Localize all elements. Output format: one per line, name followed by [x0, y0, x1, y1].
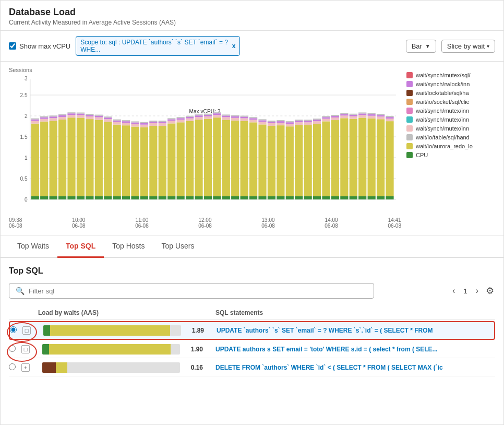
chart-type-dropdown[interactable]: Bar ▼ [406, 40, 436, 53]
row-0-sql-link[interactable]: UPDATE `authors` `s` SET `email` = ? WHE… [217, 327, 494, 334]
row-2-sql-link[interactable]: DELETE FROM `authors` WHERE `id` < ( SEL… [215, 364, 495, 371]
row-0-radio[interactable] [10, 326, 17, 333]
svg-rect-82 [149, 123, 157, 126]
svg-rect-167 [304, 122, 312, 125]
svg-rect-16 [31, 124, 39, 196]
legend-label-1: wait/synch/rwlock/inn [416, 81, 470, 87]
scope-pill[interactable]: Scope to: sql : UPDATE `authors` `s` SET… [76, 36, 240, 56]
svg-rect-124 [222, 114, 230, 115]
svg-rect-139 [249, 117, 257, 118]
tab-top-sql[interactable]: Top SQL [57, 235, 104, 258]
svg-rect-63 [113, 121, 121, 122]
tab-top-waits[interactable]: Top Waits [9, 235, 57, 258]
row-2-radio[interactable] [9, 363, 16, 370]
row-0-radio-wrap[interactable] [10, 326, 22, 335]
svg-rect-166 [304, 125, 312, 196]
svg-rect-46 [86, 119, 93, 196]
svg-rect-193 [350, 115, 357, 116]
legend-item-3: wait/io/socket/sql/clie [406, 99, 495, 105]
svg-rect-145 [268, 196, 275, 199]
row-1-expand-button[interactable]: □ [21, 345, 30, 353]
row-1-value: 1.90 [184, 346, 203, 353]
row-1-bar-fill [42, 344, 180, 355]
legend-color-2 [406, 90, 413, 96]
svg-rect-171 [313, 124, 321, 196]
svg-rect-211 [386, 121, 393, 196]
svg-rect-93 [167, 119, 175, 121]
svg-rect-123 [222, 115, 230, 117]
svg-rect-91 [167, 123, 175, 196]
svg-rect-129 [231, 115, 239, 116]
svg-rect-133 [241, 117, 248, 119]
row-2-sql[interactable]: DELETE FROM `authors` WHERE `id` < ( SEL… [211, 364, 495, 371]
svg-rect-138 [249, 118, 257, 120]
svg-rect-187 [340, 115, 348, 118]
content-area: Top SQL 🔍 ‹ 1 › ⚙ Load by waits (AAS) SQ… [1, 258, 503, 386]
svg-rect-89 [159, 121, 166, 122]
table-settings-button[interactable]: ⚙ [485, 284, 495, 298]
svg-rect-137 [249, 120, 257, 122]
svg-rect-144 [258, 119, 266, 120]
scope-close-button[interactable]: x [232, 42, 236, 50]
filter-sql-input[interactable] [29, 287, 367, 295]
row-wrapper-0: □ 1.89 UPDATE `authors` `s` SE [9, 321, 495, 340]
svg-rect-67 [122, 123, 130, 125]
tab-top-hosts[interactable]: Top Hosts [104, 235, 153, 258]
svg-rect-157 [286, 124, 294, 126]
tab-top-users[interactable]: Top Users [153, 235, 203, 258]
svg-rect-200 [368, 196, 376, 199]
svg-rect-70 [131, 196, 139, 199]
legend-label-8: wait/io/aurora_redo_lo [416, 143, 473, 149]
svg-rect-19 [31, 119, 39, 120]
row-1-sql[interactable]: UPDATE authors s SET email = 'toto' WHER… [211, 346, 495, 353]
slice-by-wait-button[interactable]: Slice by wait ▾ [441, 40, 495, 53]
table-row-1[interactable]: □ 1.90 UPDATE authors s SET em [9, 341, 495, 358]
legend-item-2: wait/lock/table/sql/ha [406, 90, 495, 96]
svg-rect-45 [86, 196, 93, 199]
svg-rect-54 [95, 115, 103, 116]
svg-rect-143 [258, 120, 266, 122]
row-2-bar-seg2 [56, 362, 67, 373]
svg-rect-103 [186, 117, 194, 119]
svg-rect-158 [286, 122, 294, 124]
svg-rect-195 [358, 196, 366, 199]
svg-rect-165 [304, 196, 312, 199]
filter-input-wrap[interactable]: 🔍 [9, 283, 374, 299]
svg-rect-114 [204, 114, 212, 115]
row-2-bar-bg [42, 362, 180, 373]
chart-container[interactable]: 0 0.5 1 1.5 2 2.5 3 Max vCPU: 2 [9, 74, 401, 215]
show-max-vcpu-checkbox[interactable] [9, 42, 16, 50]
svg-rect-191 [350, 119, 357, 196]
svg-rect-128 [231, 116, 239, 118]
svg-rect-90 [167, 196, 175, 199]
svg-rect-192 [350, 116, 357, 119]
row-1-expand-wrap[interactable]: □ [21, 345, 34, 353]
svg-rect-47 [86, 116, 93, 119]
row-1-bar-yellow [49, 344, 170, 355]
page-title: Database Load [9, 7, 495, 18]
prev-page-button[interactable]: ‹ [449, 285, 458, 297]
row-0-expand-wrap[interactable]: □ [22, 326, 35, 335]
row-1-sql-link[interactable]: UPDATE authors s SET email = 'toto' WHER… [215, 346, 495, 353]
svg-rect-206 [377, 119, 385, 196]
row-1-radio-wrap[interactable] [9, 345, 21, 353]
svg-rect-18 [31, 120, 39, 121]
table-row-0[interactable]: □ 1.89 UPDATE `authors` `s` SE [9, 321, 495, 340]
row-0-expand-button[interactable]: □ [22, 326, 31, 335]
col-bar-header: Load by waits (AAS) [34, 309, 211, 316]
row-1-radio[interactable] [9, 345, 16, 352]
legend-color-1 [406, 81, 413, 87]
svg-rect-73 [131, 122, 139, 124]
row-0-sql[interactable]: UPDATE `authors` `s` SET `email` = ? WHE… [212, 327, 494, 334]
svg-rect-52 [95, 117, 103, 120]
next-page-button[interactable]: › [473, 285, 482, 297]
row-1-bar: 1.90 [38, 344, 207, 355]
row-2-radio-wrap[interactable] [9, 363, 21, 372]
row-2-expand-button[interactable]: + [21, 363, 30, 372]
row-2-expand-wrap[interactable]: + [21, 363, 34, 372]
pagination: ‹ 1 › ⚙ [449, 284, 495, 298]
svg-rect-214 [386, 116, 393, 117]
table-row-2[interactable]: + 0.16 DELETE FROM `authors` W [9, 359, 495, 376]
svg-rect-126 [231, 121, 239, 196]
svg-rect-111 [204, 119, 212, 196]
